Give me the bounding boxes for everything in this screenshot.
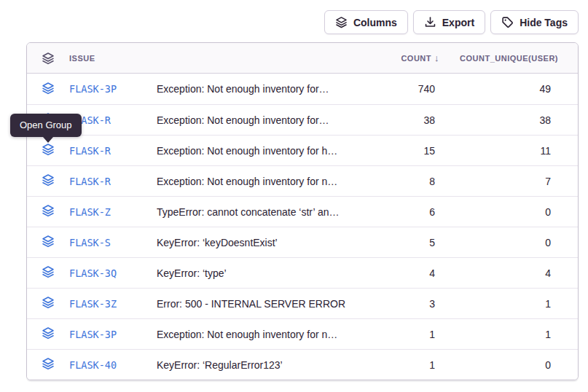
table-row: FLASK-R Exception: Not enough inventory … [27, 104, 578, 135]
table-row: FLASK-S KeyError: ‘keyDoesntExist’ 5 0 [27, 227, 578, 257]
issue-link[interactable]: FLASK-R [69, 114, 157, 126]
stack-icon [42, 296, 55, 311]
toolbar: Columns Export Hide Tags [324, 10, 579, 34]
issue-title: Exception: Not enough inventory for n… [157, 329, 366, 340]
stack-icon [42, 143, 55, 158]
stack-icon [42, 265, 55, 281]
issue-link[interactable]: FLASK-3P [69, 83, 157, 95]
count-unique-value: 11 [443, 145, 578, 157]
open-group-button[interactable] [42, 235, 55, 250]
stack-icon [27, 52, 69, 65]
count-value: 6 [366, 206, 443, 218]
column-header-issue[interactable]: ISSUE [69, 54, 157, 63]
open-group-button[interactable] [42, 173, 55, 189]
issue-link[interactable]: FLASK-40 [69, 359, 157, 371]
count-value: 4 [366, 267, 443, 279]
count-unique-value: 1 [443, 329, 578, 340]
column-header-count[interactable]: COUNT ↓ [366, 52, 443, 63]
sort-descending-icon: ↓ [434, 52, 439, 63]
tooltip-caret [43, 137, 53, 143]
export-button-label: Export [442, 17, 474, 28]
count-value: 1 [366, 329, 443, 340]
issues-table: ISSUE COUNT ↓ COUNT_UNIQUE(USER) FLASK-3… [26, 42, 579, 380]
issue-title: Exception: Not enough inventory for… [157, 83, 366, 95]
count-unique-value: 0 [443, 237, 578, 248]
table-row: FLASK-3Q KeyError: ‘type’ 4 4 [27, 257, 578, 288]
count-unique-value: 0 [443, 359, 578, 371]
count-value: 5 [366, 237, 443, 248]
download-icon [424, 16, 436, 28]
issue-link[interactable]: FLASK-R [69, 145, 157, 157]
tooltip-text: Open Group [20, 119, 72, 130]
issue-link[interactable]: FLASK-3P [69, 329, 157, 340]
count-unique-value: 0 [443, 206, 578, 218]
table-row: FLASK-Z TypeError: cannot concatenate ‘s… [27, 196, 578, 227]
issue-title: Exception: Not enough inventory for… [157, 114, 366, 126]
table-header: ISSUE COUNT ↓ COUNT_UNIQUE(USER) [27, 43, 578, 74]
count-value: 38 [366, 114, 443, 126]
issue-link[interactable]: FLASK-Z [69, 206, 157, 218]
open-group-button[interactable] [42, 82, 55, 97]
count-value: 8 [366, 176, 443, 187]
open-group-button[interactable] [42, 296, 55, 311]
count-header-label: COUNT [401, 54, 431, 63]
issue-title: KeyError: ‘keyDoesntExist’ [157, 237, 366, 248]
issue-link[interactable]: FLASK-3Q [69, 267, 157, 279]
table-body: FLASK-3P Exception: Not enough inventory… [27, 74, 578, 380]
issue-title: Exception: Not enough inventory for n… [157, 176, 366, 187]
issue-title: KeyError: ‘RegularError123’ [157, 359, 366, 371]
table-row: FLASK-3Z Error: 500 - INTERNAL SERVER ER… [27, 288, 578, 318]
issue-link[interactable]: FLASK-S [69, 237, 157, 248]
issue-link[interactable]: FLASK-3Z [69, 298, 157, 310]
count-unique-value: 1 [443, 298, 578, 310]
count-value: 740 [366, 83, 443, 95]
count-unique-value: 38 [443, 114, 578, 126]
export-button[interactable]: Export [413, 10, 485, 34]
stack-icon [42, 235, 55, 250]
tag-icon [501, 16, 514, 28]
open-group-button[interactable] [42, 204, 55, 219]
open-group-button[interactable] [42, 357, 55, 372]
table-row: FLASK-3P Exception: Not enough inventory… [27, 74, 578, 104]
column-header-count-unique[interactable]: COUNT_UNIQUE(USER) [443, 54, 578, 63]
open-group-button[interactable] [42, 265, 55, 281]
issue-title: KeyError: ‘type’ [157, 267, 366, 279]
count-unique-value: 7 [443, 176, 578, 187]
open-group-tooltip: Open Group [10, 114, 82, 137]
table-row: FLASK-R Exception: Not enough inventory … [27, 165, 578, 196]
issue-title: Error: 500 - INTERNAL SERVER ERROR [157, 298, 366, 310]
open-group-button[interactable] [42, 143, 55, 158]
stack-icon [42, 204, 55, 219]
count-value: 3 [366, 298, 443, 310]
count-value: 1 [366, 359, 443, 371]
table-row: FLASK-40 KeyError: ‘RegularError123’ 1 0 [27, 349, 578, 380]
count-value: 15 [366, 145, 443, 157]
stack-icon [42, 357, 55, 372]
count-unique-value: 49 [443, 83, 578, 95]
stack-icon [42, 326, 55, 342]
hide-tags-button-label: Hide Tags [520, 17, 568, 28]
columns-button-label: Columns [353, 17, 397, 28]
issue-title: TypeError: cannot concatenate ‘str’ an… [157, 206, 366, 218]
issue-link[interactable]: FLASK-R [69, 176, 157, 187]
open-group-button[interactable] [42, 326, 55, 342]
stack-icon [42, 82, 55, 97]
hide-tags-button[interactable]: Hide Tags [490, 10, 579, 34]
table-row: FLASK-R Exception: Not enough inventory … [27, 135, 578, 165]
table-row: FLASK-3P Exception: Not enough inventory… [27, 318, 578, 349]
columns-button[interactable]: Columns [324, 10, 408, 34]
count-unique-value: 4 [443, 267, 578, 279]
stack-icon [335, 16, 348, 28]
issue-title: Exception: Not enough inventory for h… [157, 145, 366, 157]
stack-icon [42, 173, 55, 189]
